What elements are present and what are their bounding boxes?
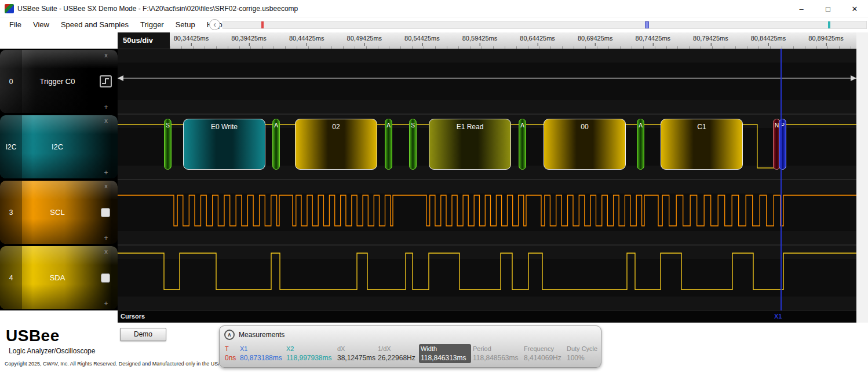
channel-label: SDA (22, 246, 93, 309)
channel-number: I2C (0, 115, 22, 178)
channel-i2c[interactable]: I2CI2Cx+ (0, 115, 118, 178)
time-label: 80,84425ms (751, 35, 786, 42)
collapse-icon[interactable]: x (102, 117, 110, 124)
overview-marker-view[interactable] (645, 21, 649, 28)
channel-checkbox[interactable] (101, 273, 110, 283)
menu-trigger[interactable]: Trigger (134, 17, 170, 32)
expand-icon[interactable]: + (102, 103, 110, 111)
measurement-frequency[interactable]: Frequency8,414069Hz (522, 344, 565, 363)
measurement-header: X1 (240, 345, 283, 352)
channel-number: 0 (0, 50, 22, 113)
measurement-header: Period (473, 345, 520, 352)
i2c-byte-00: 00 (544, 119, 626, 170)
collapse-measurements-button[interactable]: ∧ (224, 330, 235, 340)
channel-label: SCL (22, 181, 93, 244)
time-label: 80,54425ms (404, 35, 440, 42)
channel-number: 4 (0, 246, 22, 309)
capture-overview-strip[interactable] (223, 21, 867, 29)
measurement-header: X2 (286, 345, 334, 352)
i2c-byte-c1: C1 (661, 119, 743, 170)
menu-file[interactable]: File (3, 17, 27, 32)
channel-scl[interactable]: 3SCLx+ (0, 181, 118, 244)
expand-icon[interactable]: + (102, 299, 110, 308)
title-bar: USBee Suite - USBee SX Demo Mode - F:\A2… (0, 0, 868, 17)
measurement-header: T (225, 345, 236, 352)
copyright-text: Copyright 2025, CWAV, Inc. All Rights Re… (5, 361, 223, 367)
measurements-table: T0nsX180,873188msX2118,997938msdX38,1247… (223, 344, 599, 363)
measurement-duty-cycle[interactable]: Duty Cycle100% (565, 344, 599, 363)
window-title: USBee Suite - USBee SX Demo Mode - F:\A2… (17, 5, 298, 13)
i2c-flag-a: A (637, 119, 644, 170)
overview-marker-cursor[interactable] (828, 21, 830, 28)
measurement-period[interactable]: Period118,848563ms (471, 344, 522, 363)
channel-label: I2C (22, 115, 93, 178)
collapse-icon[interactable]: x (102, 182, 110, 189)
collapse-icon[interactable]: x (102, 52, 110, 58)
time-label: 80,89425ms (808, 35, 844, 42)
channel-label: Trigger C0 (22, 50, 93, 113)
window-controls: – □ ✕ (788, 0, 868, 17)
overview-marker-trigger[interactable] (261, 21, 264, 28)
time-label: 80,74425ms (636, 35, 671, 42)
collapse-icon[interactable]: x (102, 248, 110, 255)
maximize-button[interactable]: □ (815, 0, 841, 17)
scroll-left-button[interactable]: ‹ (209, 19, 220, 30)
measurement-1-dx[interactable]: 1/dX26,22968Hz (376, 344, 419, 363)
time-per-div-label: 50us/div (118, 32, 170, 49)
time-label: 80,79425ms (693, 35, 728, 42)
trigger-edge-button[interactable] (100, 75, 112, 87)
time-label: 80,39425ms (231, 35, 267, 42)
expand-icon[interactable]: + (102, 234, 110, 242)
cursors-bar: Cursors X1 (118, 310, 856, 323)
i2c-decoded-row: SE0 WriteA02ASE1 ReadA00AC1NP (118, 49, 856, 310)
measurement-dx[interactable]: dX38,12475ms (335, 344, 376, 363)
waveform-plot-area[interactable]: SE0 WriteA02ASE1 ReadA00AC1NP (118, 49, 856, 310)
i2c-flag-p: P (779, 119, 786, 170)
close-button[interactable]: ✕ (841, 0, 868, 17)
timeline-ruler[interactable]: 80,34425ms80,39425ms80,44425ms80,49425ms… (170, 32, 856, 49)
menu-view[interactable]: View (27, 17, 55, 32)
channel-trigger-c0[interactable]: 0Trigger C0x+ (0, 50, 118, 113)
measurement-width[interactable]: Width118,846313ms (419, 344, 471, 363)
time-label: 80,44425ms (289, 35, 324, 42)
measurement-value: 0ns (225, 354, 236, 362)
measurement-header: Duty Cycle (567, 345, 597, 352)
measurement-x1[interactable]: X180,873188ms (238, 344, 285, 363)
measurement-header: dX (337, 345, 374, 352)
menu-speed-and-samples[interactable]: Speed and Samples (55, 17, 134, 32)
brand-logo-text: USBee (6, 327, 60, 345)
measurement-t[interactable]: T0ns (223, 344, 238, 363)
usbee-suite-window: USBee Suite - USBee SX Demo Mode - F:\A2… (0, 0, 868, 373)
channel-number: 3 (0, 181, 22, 244)
measurements-panel: ∧ Measurements T0nsX180,873188msX2118,99… (219, 326, 601, 368)
expand-icon[interactable]: + (102, 169, 110, 177)
measurements-title: Measurements (239, 331, 285, 339)
i2c-flag-a: A (272, 119, 280, 170)
channel-sda[interactable]: 4SDAx+ (0, 246, 118, 309)
measurement-value: 26,22968Hz (378, 354, 417, 362)
minimize-button[interactable]: – (788, 0, 815, 17)
app-icon (5, 4, 14, 13)
i2c-flag-a: A (385, 119, 392, 170)
measurement-value: 118,848563ms (473, 354, 520, 362)
i2c-flag-a: A (519, 119, 526, 170)
measurement-value: 38,12475ms (337, 354, 374, 362)
vertical-scroll-strip[interactable] (856, 32, 868, 323)
i2c-byte-02: 02 (295, 119, 377, 170)
cursor-x1-handle[interactable]: X1 (774, 313, 782, 320)
brand-subtitle: Logic Analyzer/Oscilloscope (9, 347, 95, 355)
measurement-value: 118,997938ms (286, 354, 334, 362)
cursor-x1-line[interactable] (781, 49, 782, 310)
measurement-header: 1/dX (378, 345, 417, 352)
demo-button[interactable]: Demo (120, 328, 166, 341)
measurement-x2[interactable]: X2118,997938ms (285, 344, 335, 363)
channel-sidebar: 0Trigger C0x+I2CI2Cx+3SCLx+4SDAx+ (0, 49, 118, 310)
menu-setup[interactable]: Setup (170, 17, 201, 32)
i2c-flag-s: S (164, 119, 172, 170)
measurement-header: Frequency (524, 345, 563, 352)
time-label: 80,69425ms (578, 35, 613, 42)
measurement-value: 118,846313ms (421, 354, 469, 362)
rising-edge-icon (101, 76, 111, 86)
i2c-byte-e0-write: E0 Write (183, 119, 265, 170)
channel-checkbox[interactable] (101, 208, 110, 217)
